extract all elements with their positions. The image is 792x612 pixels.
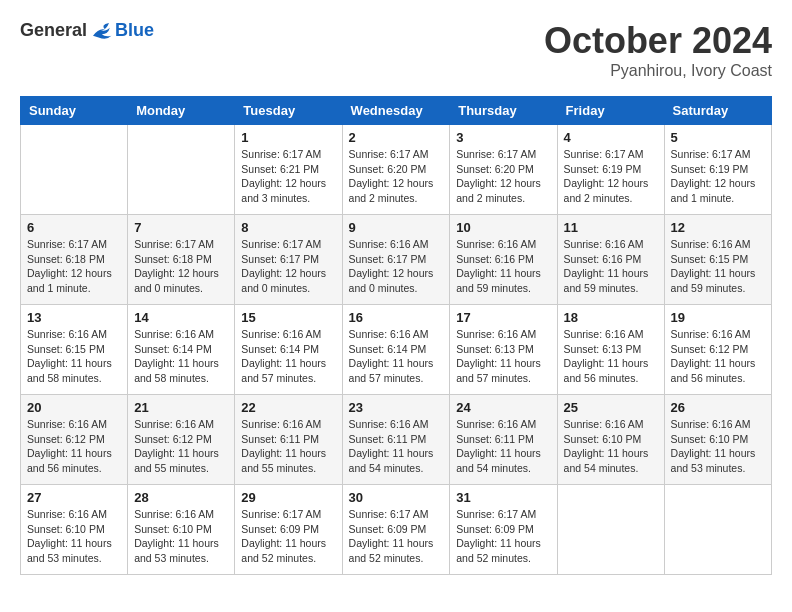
- calendar-cell: 22Sunrise: 6:16 AM Sunset: 6:11 PM Dayli…: [235, 395, 342, 485]
- calendar-cell: 6Sunrise: 6:17 AM Sunset: 6:18 PM Daylig…: [21, 215, 128, 305]
- day-info: Sunrise: 6:16 AM Sunset: 6:10 PM Dayligh…: [27, 507, 121, 566]
- day-number: 3: [456, 130, 550, 145]
- page-header: General Blue October 2024 Pyanhirou, Ivo…: [20, 20, 772, 80]
- day-number: 31: [456, 490, 550, 505]
- day-number: 28: [134, 490, 228, 505]
- day-info: Sunrise: 6:16 AM Sunset: 6:11 PM Dayligh…: [349, 417, 444, 476]
- calendar-cell: 3Sunrise: 6:17 AM Sunset: 6:20 PM Daylig…: [450, 125, 557, 215]
- day-info: Sunrise: 6:16 AM Sunset: 6:13 PM Dayligh…: [564, 327, 658, 386]
- day-number: 13: [27, 310, 121, 325]
- day-info: Sunrise: 6:17 AM Sunset: 6:09 PM Dayligh…: [349, 507, 444, 566]
- day-info: Sunrise: 6:17 AM Sunset: 6:09 PM Dayligh…: [456, 507, 550, 566]
- calendar-cell: 28Sunrise: 6:16 AM Sunset: 6:10 PM Dayli…: [128, 485, 235, 575]
- column-header-saturday: Saturday: [664, 97, 771, 125]
- calendar-week-row: 6Sunrise: 6:17 AM Sunset: 6:18 PM Daylig…: [21, 215, 772, 305]
- day-info: Sunrise: 6:16 AM Sunset: 6:12 PM Dayligh…: [671, 327, 765, 386]
- month-title: October 2024: [544, 20, 772, 62]
- day-number: 14: [134, 310, 228, 325]
- calendar-cell: 23Sunrise: 6:16 AM Sunset: 6:11 PM Dayli…: [342, 395, 450, 485]
- calendar-cell: 16Sunrise: 6:16 AM Sunset: 6:14 PM Dayli…: [342, 305, 450, 395]
- day-number: 1: [241, 130, 335, 145]
- calendar-cell: 1Sunrise: 6:17 AM Sunset: 6:21 PM Daylig…: [235, 125, 342, 215]
- day-info: Sunrise: 6:17 AM Sunset: 6:17 PM Dayligh…: [241, 237, 335, 296]
- day-number: 10: [456, 220, 550, 235]
- calendar-cell: 26Sunrise: 6:16 AM Sunset: 6:10 PM Dayli…: [664, 395, 771, 485]
- day-number: 6: [27, 220, 121, 235]
- day-info: Sunrise: 6:16 AM Sunset: 6:11 PM Dayligh…: [456, 417, 550, 476]
- column-header-monday: Monday: [128, 97, 235, 125]
- day-info: Sunrise: 6:16 AM Sunset: 6:11 PM Dayligh…: [241, 417, 335, 476]
- day-number: 25: [564, 400, 658, 415]
- calendar-cell: 21Sunrise: 6:16 AM Sunset: 6:12 PM Dayli…: [128, 395, 235, 485]
- day-number: 29: [241, 490, 335, 505]
- calendar-cell: 15Sunrise: 6:16 AM Sunset: 6:14 PM Dayli…: [235, 305, 342, 395]
- day-info: Sunrise: 6:17 AM Sunset: 6:20 PM Dayligh…: [456, 147, 550, 206]
- day-info: Sunrise: 6:16 AM Sunset: 6:15 PM Dayligh…: [27, 327, 121, 386]
- calendar-cell: 24Sunrise: 6:16 AM Sunset: 6:11 PM Dayli…: [450, 395, 557, 485]
- day-number: 15: [241, 310, 335, 325]
- day-number: 16: [349, 310, 444, 325]
- day-number: 30: [349, 490, 444, 505]
- day-info: Sunrise: 6:16 AM Sunset: 6:16 PM Dayligh…: [456, 237, 550, 296]
- calendar-cell: 11Sunrise: 6:16 AM Sunset: 6:16 PM Dayli…: [557, 215, 664, 305]
- day-info: Sunrise: 6:17 AM Sunset: 6:19 PM Dayligh…: [671, 147, 765, 206]
- day-number: 26: [671, 400, 765, 415]
- day-number: 21: [134, 400, 228, 415]
- day-info: Sunrise: 6:16 AM Sunset: 6:14 PM Dayligh…: [349, 327, 444, 386]
- calendar-cell: 25Sunrise: 6:16 AM Sunset: 6:10 PM Dayli…: [557, 395, 664, 485]
- day-number: 12: [671, 220, 765, 235]
- day-number: 11: [564, 220, 658, 235]
- calendar-cell: 10Sunrise: 6:16 AM Sunset: 6:16 PM Dayli…: [450, 215, 557, 305]
- calendar-week-row: 20Sunrise: 6:16 AM Sunset: 6:12 PM Dayli…: [21, 395, 772, 485]
- day-info: Sunrise: 6:17 AM Sunset: 6:21 PM Dayligh…: [241, 147, 335, 206]
- day-number: 24: [456, 400, 550, 415]
- day-number: 2: [349, 130, 444, 145]
- calendar-cell: 9Sunrise: 6:16 AM Sunset: 6:17 PM Daylig…: [342, 215, 450, 305]
- day-info: Sunrise: 6:16 AM Sunset: 6:12 PM Dayligh…: [27, 417, 121, 476]
- calendar-cell: 20Sunrise: 6:16 AM Sunset: 6:12 PM Dayli…: [21, 395, 128, 485]
- day-number: 8: [241, 220, 335, 235]
- calendar-cell: 2Sunrise: 6:17 AM Sunset: 6:20 PM Daylig…: [342, 125, 450, 215]
- column-header-thursday: Thursday: [450, 97, 557, 125]
- day-info: Sunrise: 6:17 AM Sunset: 6:20 PM Dayligh…: [349, 147, 444, 206]
- title-section: October 2024 Pyanhirou, Ivory Coast: [544, 20, 772, 80]
- column-header-tuesday: Tuesday: [235, 97, 342, 125]
- calendar-cell: [557, 485, 664, 575]
- calendar-cell: 29Sunrise: 6:17 AM Sunset: 6:09 PM Dayli…: [235, 485, 342, 575]
- logo: General Blue: [20, 20, 154, 41]
- day-info: Sunrise: 6:16 AM Sunset: 6:17 PM Dayligh…: [349, 237, 444, 296]
- calendar-cell: [128, 125, 235, 215]
- location-subtitle: Pyanhirou, Ivory Coast: [544, 62, 772, 80]
- day-info: Sunrise: 6:16 AM Sunset: 6:12 PM Dayligh…: [134, 417, 228, 476]
- calendar-cell: 19Sunrise: 6:16 AM Sunset: 6:12 PM Dayli…: [664, 305, 771, 395]
- calendar-cell: 14Sunrise: 6:16 AM Sunset: 6:14 PM Dayli…: [128, 305, 235, 395]
- day-info: Sunrise: 6:17 AM Sunset: 6:09 PM Dayligh…: [241, 507, 335, 566]
- day-number: 17: [456, 310, 550, 325]
- day-number: 5: [671, 130, 765, 145]
- day-number: 7: [134, 220, 228, 235]
- day-info: Sunrise: 6:17 AM Sunset: 6:18 PM Dayligh…: [27, 237, 121, 296]
- calendar-week-row: 1Sunrise: 6:17 AM Sunset: 6:21 PM Daylig…: [21, 125, 772, 215]
- column-header-friday: Friday: [557, 97, 664, 125]
- day-info: Sunrise: 6:16 AM Sunset: 6:16 PM Dayligh…: [564, 237, 658, 296]
- calendar-cell: 13Sunrise: 6:16 AM Sunset: 6:15 PM Dayli…: [21, 305, 128, 395]
- day-number: 19: [671, 310, 765, 325]
- day-info: Sunrise: 6:16 AM Sunset: 6:14 PM Dayligh…: [241, 327, 335, 386]
- column-header-wednesday: Wednesday: [342, 97, 450, 125]
- day-info: Sunrise: 6:16 AM Sunset: 6:10 PM Dayligh…: [564, 417, 658, 476]
- column-header-sunday: Sunday: [21, 97, 128, 125]
- day-number: 27: [27, 490, 121, 505]
- day-number: 20: [27, 400, 121, 415]
- calendar-table: SundayMondayTuesdayWednesdayThursdayFrid…: [20, 96, 772, 575]
- calendar-week-row: 13Sunrise: 6:16 AM Sunset: 6:15 PM Dayli…: [21, 305, 772, 395]
- calendar-cell: 7Sunrise: 6:17 AM Sunset: 6:18 PM Daylig…: [128, 215, 235, 305]
- calendar-cell: 12Sunrise: 6:16 AM Sunset: 6:15 PM Dayli…: [664, 215, 771, 305]
- calendar-cell: [21, 125, 128, 215]
- day-info: Sunrise: 6:16 AM Sunset: 6:10 PM Dayligh…: [134, 507, 228, 566]
- calendar-cell: 8Sunrise: 6:17 AM Sunset: 6:17 PM Daylig…: [235, 215, 342, 305]
- day-info: Sunrise: 6:16 AM Sunset: 6:15 PM Dayligh…: [671, 237, 765, 296]
- day-info: Sunrise: 6:16 AM Sunset: 6:14 PM Dayligh…: [134, 327, 228, 386]
- day-info: Sunrise: 6:17 AM Sunset: 6:19 PM Dayligh…: [564, 147, 658, 206]
- day-number: 23: [349, 400, 444, 415]
- day-info: Sunrise: 6:16 AM Sunset: 6:13 PM Dayligh…: [456, 327, 550, 386]
